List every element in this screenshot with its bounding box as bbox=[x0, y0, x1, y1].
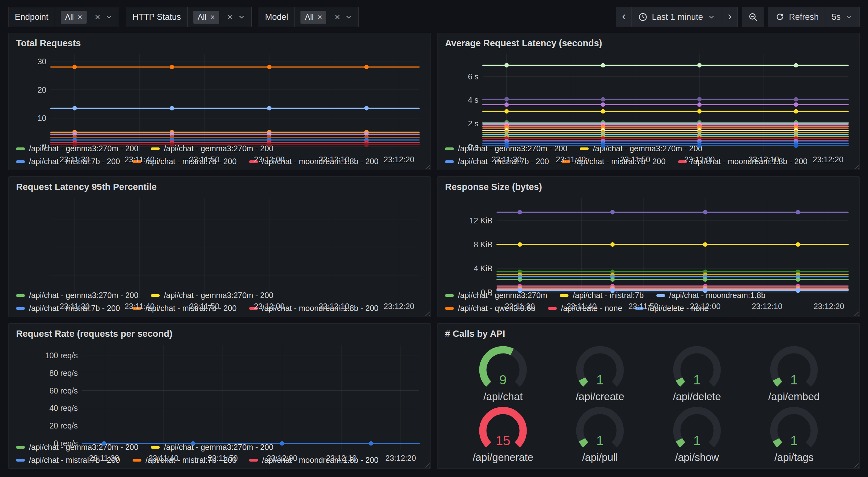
filter-chip[interactable]: All× bbox=[193, 11, 219, 24]
gauge-value: 1 bbox=[596, 433, 603, 448]
svg-text:23:11:40: 23:11:40 bbox=[124, 302, 154, 311]
filter-chip-label: All bbox=[65, 12, 74, 22]
filter-endpoint: EndpointAll×× bbox=[8, 7, 119, 27]
svg-text:23:12:00: 23:12:00 bbox=[254, 302, 284, 311]
panel-resize-handle[interactable] bbox=[852, 461, 859, 468]
svg-text:40 req/s: 40 req/s bbox=[50, 404, 78, 412]
svg-text:23:12:20: 23:12:20 bbox=[385, 454, 416, 463]
remove-value-icon[interactable]: × bbox=[210, 13, 215, 21]
gauge-value: 1 bbox=[790, 372, 798, 387]
panel-title[interactable]: Total Requests bbox=[16, 38, 423, 49]
svg-text:0 req/s: 0 req/s bbox=[54, 439, 78, 448]
panel-title[interactable]: Request Rate (requests per second) bbox=[16, 329, 423, 339]
gauge-label: /api/delete bbox=[673, 391, 721, 403]
gauge-value: 1 bbox=[693, 372, 701, 387]
time-range-button[interactable]: Last 1 minute bbox=[632, 7, 722, 27]
filter-chip-label: All bbox=[305, 12, 314, 22]
panel-calls-by-api: # Calls by API 9/api/chat1/api/create1/a… bbox=[437, 323, 860, 469]
filter-chip[interactable]: All× bbox=[61, 11, 87, 24]
chevron-down-icon[interactable] bbox=[345, 13, 353, 21]
refresh-button[interactable]: Refresh bbox=[769, 7, 826, 27]
gauge-value: 1 bbox=[596, 372, 603, 387]
panel-resize-handle[interactable] bbox=[423, 461, 430, 468]
panel-title[interactable]: Response Size (bytes) bbox=[445, 182, 852, 192]
filter-value-picker[interactable]: All×× bbox=[188, 7, 251, 27]
gauge-value: 9 bbox=[499, 372, 506, 387]
refresh-interval-button[interactable]: 5s bbox=[825, 7, 860, 27]
panel-title[interactable]: Average Request Latency (seconds) bbox=[445, 38, 852, 49]
svg-text:23:12:20: 23:12:20 bbox=[813, 155, 843, 164]
svg-text:23:11:50: 23:11:50 bbox=[208, 454, 238, 463]
svg-text:23:11:40: 23:11:40 bbox=[148, 454, 178, 463]
timeseries-chart[interactable]: 23:11:3023:11:4023:11:5023:12:0023:12:10… bbox=[16, 194, 423, 287]
angle-left-icon: ‹ bbox=[622, 11, 626, 23]
gauge-label: /api/create bbox=[576, 391, 624, 403]
svg-text:6 s: 6 s bbox=[468, 72, 478, 81]
refresh-group: Refresh 5s bbox=[769, 7, 860, 27]
chevron-down-icon bbox=[707, 13, 716, 21]
svg-text:23:11:30: 23:11:30 bbox=[60, 155, 89, 164]
gauge-apishow: 1/api/show bbox=[662, 404, 732, 464]
svg-text:23:12:10: 23:12:10 bbox=[319, 155, 349, 164]
svg-text:23:12:00: 23:12:00 bbox=[690, 302, 721, 311]
clear-filter-icon[interactable]: × bbox=[227, 12, 233, 22]
gauge-label: /api/generate bbox=[473, 451, 533, 464]
svg-text:20 req/s: 20 req/s bbox=[50, 421, 78, 430]
angle-right-icon: › bbox=[728, 11, 732, 23]
timeseries-chart[interactable]: 23:11:3023:11:4023:11:5023:12:0023:12:10… bbox=[445, 194, 852, 287]
panel-title[interactable]: Request Latency 95th Percentile bbox=[16, 182, 423, 192]
filter-value-picker[interactable]: All×× bbox=[55, 7, 119, 27]
timeseries-chart[interactable]: 23:11:3023:11:4023:11:5023:12:0023:12:10… bbox=[445, 51, 852, 140]
panel-title[interactable]: # Calls by API bbox=[445, 329, 852, 339]
gauge-apitags: 1/api/tags bbox=[760, 404, 829, 464]
svg-text:23:11:40: 23:11:40 bbox=[567, 302, 596, 311]
svg-text:23:12:00: 23:12:00 bbox=[684, 155, 715, 164]
gauge-apigenerate: 15/api/generate bbox=[468, 404, 538, 464]
svg-text:23:11:50: 23:11:50 bbox=[189, 155, 219, 164]
panel-request-rate: Request Rate (requests per second) 23:11… bbox=[8, 323, 431, 469]
svg-text:0 s: 0 s bbox=[468, 142, 478, 151]
timeseries-chart[interactable]: 23:11:3023:11:4023:11:5023:12:0023:12:10… bbox=[16, 51, 423, 140]
filter-http-status: HTTP StatusAll×× bbox=[126, 7, 252, 27]
chevron-down-icon bbox=[845, 13, 853, 21]
svg-text:23:12:20: 23:12:20 bbox=[813, 302, 844, 311]
time-forward-button[interactable]: › bbox=[722, 7, 738, 27]
filter-chip[interactable]: All× bbox=[301, 11, 326, 24]
svg-text:30: 30 bbox=[37, 57, 46, 66]
svg-text:23:11:50: 23:11:50 bbox=[628, 302, 658, 311]
chevron-down-icon[interactable] bbox=[238, 13, 246, 21]
time-range-group: ‹ Last 1 minute › bbox=[616, 7, 738, 27]
clear-filter-icon[interactable]: × bbox=[95, 12, 100, 22]
panel-resize-handle[interactable] bbox=[852, 309, 859, 316]
svg-text:23:12:20: 23:12:20 bbox=[383, 302, 414, 311]
remove-value-icon[interactable]: × bbox=[317, 13, 322, 21]
svg-text:23:11:30: 23:11:30 bbox=[505, 302, 535, 311]
filter-value-picker[interactable]: All×× bbox=[295, 7, 359, 27]
svg-text:0: 0 bbox=[42, 142, 46, 151]
svg-text:80 req/s: 80 req/s bbox=[50, 368, 78, 378]
clear-filter-icon[interactable]: × bbox=[335, 12, 340, 22]
zoom-out-button[interactable] bbox=[742, 7, 764, 27]
panel-resize-handle[interactable] bbox=[852, 162, 859, 169]
clock-icon bbox=[638, 12, 648, 22]
panel-resize-handle[interactable] bbox=[423, 309, 430, 316]
svg-text:23:11:30: 23:11:30 bbox=[89, 454, 119, 463]
panel-resize-handle[interactable] bbox=[423, 162, 430, 169]
time-range-label: Last 1 minute bbox=[652, 12, 703, 22]
panel-grid: Total Requests 23:11:3023:11:4023:11:502… bbox=[0, 33, 868, 469]
gauge-label: /api/pull bbox=[582, 451, 618, 464]
svg-text:0 B: 0 B bbox=[480, 288, 493, 297]
svg-text:12 KiB: 12 KiB bbox=[469, 216, 493, 225]
remove-value-icon[interactable]: × bbox=[78, 13, 82, 21]
svg-text:20: 20 bbox=[37, 85, 46, 94]
chevron-down-icon[interactable] bbox=[105, 13, 113, 21]
time-back-button[interactable]: ‹ bbox=[616, 7, 632, 27]
svg-text:23:11:50: 23:11:50 bbox=[620, 155, 650, 164]
svg-text:10: 10 bbox=[37, 114, 46, 123]
timeseries-chart[interactable]: 23:11:3023:11:4023:11:5023:12:0023:12:10… bbox=[16, 341, 423, 438]
panel-avg-latency: Average Request Latency (seconds) 23:11:… bbox=[437, 33, 860, 170]
refresh-interval-label: 5s bbox=[832, 12, 841, 22]
svg-text:60 req/s: 60 req/s bbox=[50, 386, 78, 395]
panel-p95-latency: Request Latency 95th Percentile 23:11:30… bbox=[8, 176, 431, 317]
gauge-apicreate: 1/api/create bbox=[565, 344, 634, 403]
